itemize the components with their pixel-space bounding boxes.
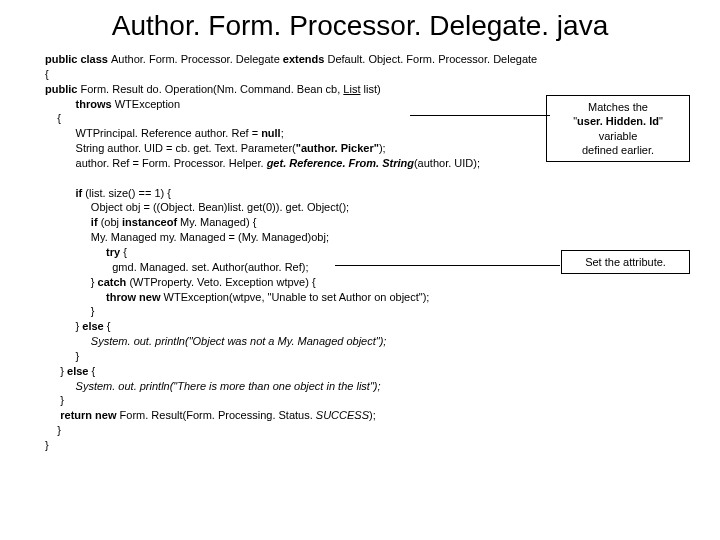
- superclass-name: Default. Object. Form. Processor. Delega…: [327, 53, 537, 65]
- stmt-setauthor: gmd. Managed. set. Author(author. Ref);: [45, 261, 309, 273]
- kw-null: null: [261, 127, 281, 139]
- stmt-end: (author. UID);: [414, 157, 480, 169]
- brace: {: [45, 112, 61, 124]
- brace: }: [45, 365, 67, 377]
- stmt-mymanaged: My. Managed my. Managed = (My. Managed)o…: [45, 231, 329, 243]
- return-expr: Form. Result(Form. Processing. Status.: [120, 409, 316, 421]
- kw-throws: throws: [45, 98, 115, 110]
- if-cond: (list. size() == 1) {: [85, 187, 171, 199]
- kw-if: if: [45, 187, 85, 199]
- kw-else: else: [82, 320, 106, 332]
- kw-returnnew: return new: [45, 409, 120, 421]
- kw-if2: if: [45, 216, 101, 228]
- brace: {: [107, 320, 111, 332]
- connector-line-1: [410, 115, 550, 116]
- kw-else2: else: [67, 365, 91, 377]
- type-list: List: [343, 83, 360, 95]
- brace-open: {: [45, 68, 49, 80]
- brace: }: [45, 305, 95, 317]
- stmt-println2: System. out. println("There is more than…: [45, 380, 381, 392]
- kw-public: public: [45, 83, 80, 95]
- const-success: SUCCESS: [316, 409, 369, 421]
- method-sig-end: list): [360, 83, 380, 95]
- connector-line-2: [335, 265, 560, 266]
- brace: {: [91, 365, 95, 377]
- callout-setattr: Set the attribute.: [561, 250, 690, 274]
- kw-thrownew: throw new: [45, 291, 164, 303]
- string-literal: "author. Picker": [296, 142, 379, 154]
- kw-instanceof: instanceof: [122, 216, 180, 228]
- kw-catch: catch: [98, 276, 130, 288]
- brace: }: [45, 394, 64, 406]
- exception-type: WTException: [115, 98, 180, 110]
- stmt-authorref: WTPrincipal. Reference author. Ref =: [45, 127, 261, 139]
- semi: ;: [281, 127, 284, 139]
- callout-matches: Matches the "user. Hidden. Id" variable …: [546, 95, 690, 162]
- brace: {: [123, 246, 127, 258]
- kw-extends: extends: [283, 53, 328, 65]
- catch-param: (WTProperty. Veto. Exception wtpve) {: [129, 276, 315, 288]
- callout1-var: user. Hidden. Id: [577, 115, 659, 127]
- stmt-obj: Object obj = ((Object. Bean)list. get(0)…: [45, 201, 349, 213]
- brace-close: }: [45, 276, 98, 288]
- stmt-authorref2: author. Ref = Form. Processor. Helper.: [45, 157, 267, 169]
- callout1-line3: defined earlier.: [582, 144, 654, 156]
- callout1-line1: Matches the: [588, 101, 648, 113]
- if2-a: (obj: [101, 216, 122, 228]
- semi: );: [369, 409, 376, 421]
- brace: }: [45, 439, 49, 451]
- semi: );: [379, 142, 386, 154]
- kw-try: try: [45, 246, 123, 258]
- kw-public-class: public class: [45, 53, 111, 65]
- method-sig: Form. Result do. Operation(Nm. Command. …: [80, 83, 343, 95]
- stmt-println1: System. out. println("Object was not a M…: [45, 335, 386, 347]
- stmt-authoruid: String author. UID = cb. get. Text. Para…: [45, 142, 296, 154]
- if2-b: My. Managed) {: [180, 216, 256, 228]
- brace: }: [45, 320, 82, 332]
- throw-expr: WTException(wtpve, "Unable to set Author…: [164, 291, 430, 303]
- method-getref: get. Reference. From. String: [267, 157, 414, 169]
- brace: }: [45, 424, 61, 436]
- class-name: Author. Form. Processor. Delegate: [111, 53, 283, 65]
- brace: }: [45, 350, 79, 362]
- slide-title: Author. Form. Processor. Delegate. java: [0, 0, 720, 52]
